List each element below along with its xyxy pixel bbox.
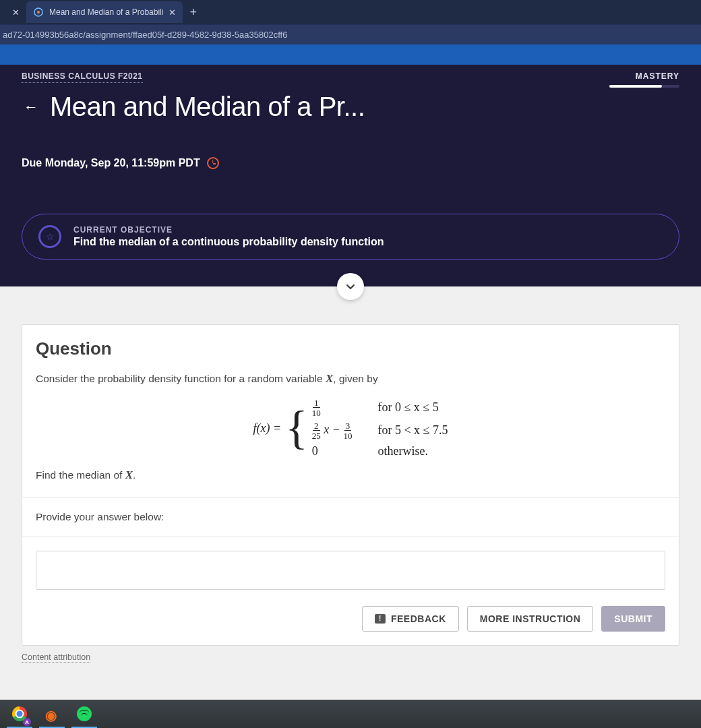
frac-num: 1 — [313, 398, 320, 408]
taskbar-chrome[interactable]: A — [4, 700, 35, 728]
assignment-header: BUSINESS CALCULUS F2021 MASTERY ← Mean a… — [0, 65, 701, 286]
pw-row1-expr: 110 — [312, 398, 353, 417]
app-top-bar — [0, 44, 701, 65]
origin-icon: ◉ — [45, 707, 59, 721]
answer-area: FEEDBACK MORE INSTRUCTION SUBMIT — [22, 537, 679, 645]
answer-prompt: Provide your answer below: — [22, 497, 679, 537]
mastery-label: MASTERY — [609, 71, 679, 81]
question-heading: Question — [36, 338, 665, 359]
action-button-row: FEEDBACK MORE INSTRUCTION SUBMIT — [36, 606, 665, 632]
question-find-var: X — [125, 468, 133, 481]
url-fragment: ad72-014993b56a8c/assignment/ffaed05f-d2… — [3, 30, 287, 40]
new-tab-button[interactable]: + — [183, 5, 204, 20]
tab-title: Mean and Median of a Probabili — [49, 7, 163, 17]
frac-den: 10 — [343, 431, 352, 440]
due-date-row: Due Monday, Sep 20, 11:59pm PDT — [22, 157, 679, 169]
left-brace-icon: { — [285, 408, 308, 448]
question-card: Question Consider the probability densit… — [22, 324, 679, 646]
answer-input-wrap — [36, 551, 665, 590]
pw-row2-expr: 225 x − 310 — [312, 421, 353, 440]
function-lhs: f(x) = — [253, 421, 282, 435]
course-link[interactable]: BUSINESS CALCULUS F2021 — [22, 71, 143, 83]
current-objective-pill[interactable]: ☆ CURRENT OBJECTIVE Find the median of a… — [22, 214, 679, 260]
browser-tab-2[interactable]: Mean and Median of a Probabili ✕ — [26, 1, 183, 23]
piecewise-function: f(x) = { 110 for 0 ≤ x ≤ 5 225 x − 310 f… — [36, 398, 665, 458]
frac-num: 3 — [344, 421, 352, 431]
pw-row3-expr: 0 — [312, 444, 353, 458]
question-find-pre: Find the median of — [36, 469, 125, 481]
frac-den: 25 — [312, 431, 321, 440]
clock-icon — [207, 157, 219, 169]
question-intro: Consider the probability density functio… — [36, 370, 665, 388]
mastery-progress-bar — [609, 85, 679, 88]
taskbar: A ◉ — [0, 700, 701, 728]
piecewise-grid: 110 for 0 ≤ x ≤ 5 225 x − 310 for 5 < x … — [312, 398, 448, 458]
back-arrow-icon[interactable]: ← — [22, 98, 40, 116]
mastery-progress-fill — [609, 85, 662, 88]
feedback-button[interactable]: FEEDBACK — [362, 606, 459, 632]
pw-row2-mid: x − — [324, 423, 340, 436]
expand-objectives-button[interactable] — [337, 273, 364, 300]
browser-tab-1[interactable]: ✕ — [5, 1, 26, 23]
tab-favicon-icon — [33, 7, 44, 18]
answer-input[interactable] — [36, 551, 665, 589]
question-intro-var: X — [326, 372, 333, 385]
more-instruction-button[interactable]: MORE INSTRUCTION — [467, 606, 594, 632]
more-instruction-label: MORE INSTRUCTION — [480, 613, 581, 624]
frac-num: 2 — [313, 421, 320, 431]
taskbar-spotify[interactable] — [69, 700, 100, 728]
chrome-profile-badge: A — [23, 718, 31, 726]
pw-row1-cond: for 0 ≤ x ≤ 5 — [377, 400, 448, 415]
star-icon: ☆ — [38, 225, 61, 248]
objective-label: CURRENT OBJECTIVE — [73, 225, 384, 235]
question-find-post: . — [133, 469, 135, 481]
question-find: Find the median of X. — [36, 466, 665, 484]
question-intro-pre: Consider the probability density functio… — [36, 373, 326, 384]
close-icon[interactable]: ✕ — [169, 7, 176, 18]
question-intro-post: , given by — [333, 373, 377, 384]
address-bar[interactable]: ad72-014993b56a8c/assignment/ffaed05f-d2… — [0, 24, 701, 44]
mastery-block: MASTERY — [609, 71, 679, 88]
taskbar-origin[interactable]: ◉ — [36, 700, 67, 728]
chevron-down-icon — [345, 281, 356, 292]
question-section: Question Consider the probability densit… — [22, 325, 679, 497]
submit-button[interactable]: SUBMIT — [601, 606, 665, 632]
spotify-icon — [77, 706, 92, 721]
submit-label: SUBMIT — [614, 613, 652, 624]
close-icon[interactable]: ✕ — [12, 7, 20, 18]
frac-den: 10 — [312, 408, 321, 417]
content-attribution-link[interactable]: Content attribution — [22, 653, 90, 663]
feedback-label: FEEDBACK — [391, 613, 446, 624]
objective-title: Find the median of a continuous probabil… — [73, 236, 384, 248]
page-title: Mean and Median of a Pr... — [50, 92, 365, 122]
pw-row2-cond: for 5 < x ≤ 7.5 — [377, 423, 448, 437]
feedback-icon — [375, 614, 386, 624]
pw-row3-cond: otherwise. — [377, 444, 448, 458]
svg-point-1 — [37, 11, 40, 13]
content-wrap: Question Consider the probability densit… — [0, 286, 701, 676]
due-date-text: Due Monday, Sep 20, 11:59pm PDT — [22, 157, 200, 169]
browser-tab-strip: ✕ Mean and Median of a Probabili ✕ + — [0, 0, 701, 24]
